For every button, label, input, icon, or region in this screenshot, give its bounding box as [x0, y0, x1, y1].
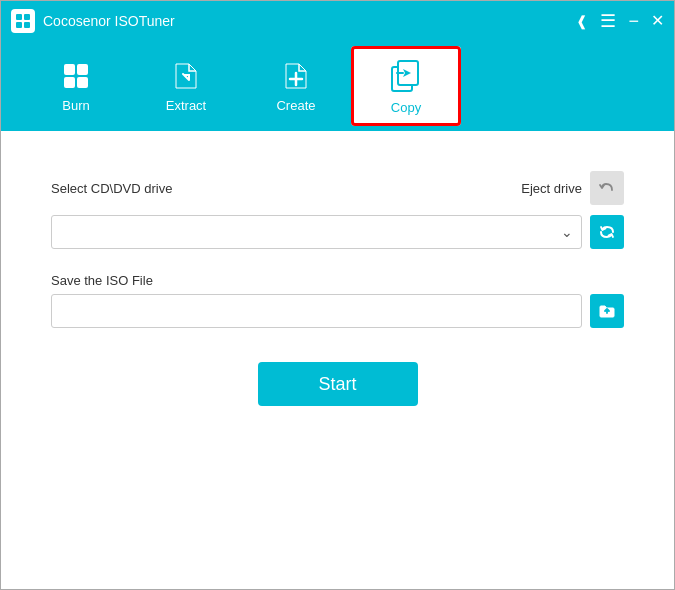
- svg-rect-0: [16, 14, 22, 20]
- app-window: Cocosenor ISOTuner ❰ ☰ − ✕ Burn: [0, 0, 675, 590]
- iso-field-group: Save the ISO File: [51, 273, 624, 328]
- svg-rect-7: [77, 77, 88, 88]
- drive-label: Select CD\DVD drive: [51, 181, 172, 196]
- drive-header-row: Select CD\DVD drive Eject drive: [51, 171, 624, 205]
- iso-label: Save the ISO File: [51, 273, 624, 288]
- create-label: Create: [276, 98, 315, 113]
- share-icon[interactable]: ❰: [576, 14, 588, 28]
- svg-rect-2: [16, 22, 22, 28]
- iso-input-row: [51, 294, 624, 328]
- toolbar-create[interactable]: Create: [241, 46, 351, 126]
- drive-field-group: Select CD\DVD drive Eject drive ⌄: [51, 171, 624, 249]
- minimize-icon[interactable]: −: [628, 12, 639, 30]
- start-button[interactable]: Start: [258, 362, 418, 406]
- svg-rect-6: [64, 77, 75, 88]
- toolbar-extract[interactable]: Extract: [131, 46, 241, 126]
- app-title: Cocosenor ISOTuner: [43, 13, 576, 29]
- drive-input-row: ⌄: [51, 215, 624, 249]
- app-logo: [11, 9, 35, 33]
- content-area: Select CD\DVD drive Eject drive ⌄: [1, 131, 674, 589]
- copy-label: Copy: [391, 100, 421, 115]
- eject-label: Eject drive: [521, 181, 582, 196]
- iso-file-input[interactable]: [51, 294, 582, 328]
- toolbar-burn[interactable]: Burn: [21, 46, 131, 126]
- close-icon[interactable]: ✕: [651, 13, 664, 29]
- menu-icon[interactable]: ☰: [600, 12, 616, 30]
- window-controls: ❰ ☰ − ✕: [576, 12, 664, 30]
- extract-label: Extract: [166, 98, 206, 113]
- start-button-container: Start: [51, 362, 624, 406]
- svg-rect-4: [64, 64, 75, 75]
- svg-rect-3: [24, 22, 30, 28]
- chevron-down-icon: ⌄: [561, 224, 573, 240]
- toolbar: Burn Extract Create: [1, 41, 674, 131]
- drive-dropdown[interactable]: ⌄: [51, 215, 582, 249]
- browse-iso-button[interactable]: [590, 294, 624, 328]
- toolbar-copy[interactable]: Copy: [351, 46, 461, 126]
- refresh-drive-button[interactable]: [590, 215, 624, 249]
- title-bar: Cocosenor ISOTuner ❰ ☰ − ✕: [1, 1, 674, 41]
- svg-rect-5: [77, 64, 88, 75]
- burn-label: Burn: [62, 98, 89, 113]
- svg-rect-1: [24, 14, 30, 20]
- eject-button[interactable]: [590, 171, 624, 205]
